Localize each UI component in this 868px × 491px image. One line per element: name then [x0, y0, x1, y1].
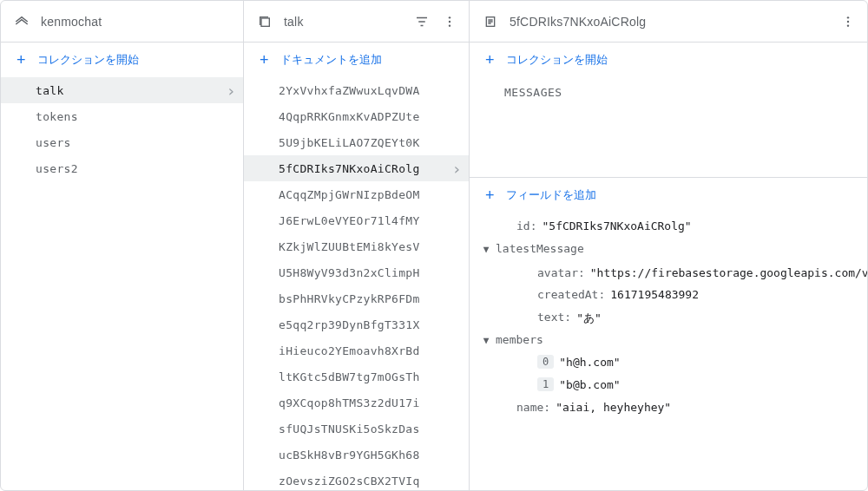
chevron-right-icon: ›: [452, 160, 462, 178]
start-collection-label: コレクションを開始: [506, 52, 608, 68]
document-panel: 5fCDRIks7NKxoAiCRolg + コレクションを開始 MESSAGE…: [470, 1, 867, 490]
field-text[interactable]: text: "あ": [477, 307, 867, 330]
plus-icon: +: [260, 52, 280, 68]
document-title: 5fCDRIks7NKxoAiCRolg: [510, 15, 836, 29]
document-item-label: q9XCqop8hTMS3z2dU17i: [279, 396, 462, 409]
document-item-label: ACqqZMpjGWrNIzpBdeOM: [279, 188, 462, 201]
document-item[interactable]: ACqqZMpjGWrNIzpBdeOM: [244, 181, 469, 207]
field-member-0[interactable]: 0 "h@h.com": [477, 352, 867, 375]
start-collection-label: コレクションを開始: [37, 52, 139, 68]
spacer: [470, 108, 867, 177]
document-list[interactable]: 2YxVvhxfaZWwuxLqvDWA4QqpRRKGnmxKvADPZUte…: [244, 77, 469, 490]
document-item-label: 5U9jbKELiLAO7ZQEYt0K: [279, 136, 462, 149]
document-item[interactable]: q9XCqop8hTMS3z2dU17i: [244, 390, 469, 416]
document-item[interactable]: KZkjWlZUUBtEMi8kYesV: [244, 233, 469, 259]
document-item[interactable]: 2YxVvhxfaZWwuxLqvDWA: [244, 77, 469, 103]
plus-icon: +: [485, 52, 506, 68]
document-item[interactable]: iHieuco2YEmoavh8XrBd: [244, 337, 469, 363]
filter-icon[interactable]: [410, 10, 434, 34]
document-item-label: ucBSkH8vBr9YGH5GKh68: [279, 448, 462, 462]
document-item[interactable]: 5U9jbKELiLAO7ZQEYt0K: [244, 129, 469, 155]
collection-panel: talk + ドキュメントを追加 2YxVvhxfaZWwuxLqvDWA4Qq…: [244, 1, 470, 490]
project-title: kenmochat: [41, 15, 236, 29]
plus-icon: +: [485, 187, 506, 203]
document-item[interactable]: ucBSkH8vBr9YGH5GKh68: [244, 442, 469, 468]
field-member-1[interactable]: 1 "b@b.com": [477, 375, 867, 397]
document-item-label: bsPhHRVkyCPzykRP6FDm: [279, 292, 462, 305]
svg-rect-0: [261, 18, 269, 26]
document-item[interactable]: bsPhHRVkyCPzykRP6FDm: [244, 285, 469, 311]
chevron-right-icon: ›: [227, 82, 236, 100]
collection-item-label: users2: [36, 162, 236, 175]
svg-point-2: [449, 20, 450, 22]
document-item[interactable]: 4QqpRRKGnmxKvADPZUte: [244, 103, 469, 129]
document-item[interactable]: e5qq2rp39DynBfgT331X: [244, 311, 469, 337]
collection-item-label: tokens: [36, 110, 236, 123]
document-item[interactable]: zOevsziZGO2sCBX2TVIq: [244, 468, 469, 490]
subcollection-item[interactable]: MESSAGES: [470, 77, 867, 108]
collection-item[interactable]: users: [1, 129, 243, 155]
menu-icon[interactable]: [437, 10, 462, 34]
document-item-label: sfUQJsTNUSKi5oSkzDas: [279, 422, 462, 435]
svg-point-5: [847, 16, 849, 18]
expand-arrow-icon[interactable]: ▼: [477, 241, 496, 255]
document-header: 5fCDRIks7NKxoAiCRolg: [470, 1, 867, 43]
project-header: kenmochat: [1, 1, 243, 43]
field-name[interactable]: name: "aiai, heyheyhey": [477, 397, 867, 420]
collection-header-actions: [410, 10, 462, 34]
field-avatar[interactable]: avatar: "https://firebasestorage.googlea…: [477, 261, 867, 285]
document-item[interactable]: J6ErwL0eVYEOr71l4fMY: [244, 207, 469, 233]
collection-list: talk›tokensusersusers2: [1, 77, 243, 490]
document-item-label: 2YxVvhxfaZWwuxLqvDWA: [279, 84, 462, 97]
add-document-button[interactable]: + ドキュメントを追加: [244, 43, 469, 77]
collection-item-label: talk: [36, 84, 223, 97]
collection-item-label: users: [36, 136, 236, 149]
menu-icon[interactable]: [836, 10, 860, 34]
document-item-label: 4QqpRRKGnmxKvADPZUte: [279, 110, 462, 123]
add-field-button[interactable]: + フィールドを追加: [470, 178, 867, 213]
collection-title: talk: [284, 15, 410, 29]
document-item-label: zOevsziZGO2sCBX2TVIq: [279, 475, 462, 488]
document-item-label: iHieuco2YEmoavh8XrBd: [279, 344, 462, 357]
collection-icon: [256, 13, 273, 30]
document-item-label: U5H8WyV93d3n2xClimpH: [279, 266, 462, 279]
document-item-label: ltKGtc5dBW7tg7mOGsTh: [279, 370, 462, 383]
field-scroll-area[interactable]: id: "5fCDRIks7NKxoAiCRolg" ▼ latestMessa…: [470, 213, 867, 490]
collection-header: talk: [244, 1, 469, 43]
field-list: id: "5fCDRIks7NKxoAiCRolg" ▼ latestMessa…: [470, 213, 867, 427]
svg-point-7: [847, 24, 849, 26]
add-document-label: ドキュメントを追加: [280, 52, 382, 68]
document-icon: [482, 13, 499, 30]
document-header-actions: [836, 10, 860, 34]
document-item[interactable]: sfUQJsTNUSKi5oSkzDas: [244, 416, 469, 442]
home-icon: [13, 13, 30, 30]
document-item[interactable]: ltKGtc5dBW7tg7mOGsTh: [244, 363, 469, 390]
start-collection-button[interactable]: + コレクションを開始: [470, 43, 867, 77]
svg-point-6: [847, 20, 849, 22]
expand-arrow-icon[interactable]: ▼: [477, 332, 496, 346]
field-createdat[interactable]: createdAt: 1617195483992: [477, 285, 867, 307]
document-item-label: e5qq2rp39DynBfgT331X: [279, 318, 462, 331]
collection-item[interactable]: talk›: [1, 77, 243, 103]
document-item-label: 5fCDRIks7NKxoAiCRolg: [279, 162, 449, 175]
field-members[interactable]: ▼ members: [477, 330, 867, 352]
firestore-container: kenmochat + コレクションを開始 talk›tokensusersus…: [0, 0, 868, 491]
svg-point-1: [449, 16, 450, 18]
start-collection-button[interactable]: + コレクションを開始: [1, 43, 243, 77]
document-item[interactable]: U5H8WyV93d3n2xClimpH: [244, 259, 469, 285]
project-panel: kenmochat + コレクションを開始 talk›tokensusersus…: [1, 1, 244, 490]
field-latestmessage[interactable]: ▼ latestMessage: [477, 239, 867, 261]
svg-point-3: [449, 24, 450, 26]
collection-item[interactable]: users2: [1, 155, 243, 181]
document-item-label: J6ErwL0eVYEOr71l4fMY: [279, 214, 462, 227]
collection-item[interactable]: tokens: [1, 103, 243, 129]
document-item-label: KZkjWlZUUBtEMi8kYesV: [279, 240, 462, 253]
document-item[interactable]: 5fCDRIks7NKxoAiCRolg›: [244, 155, 469, 181]
plus-icon: +: [16, 52, 37, 68]
add-field-label: フィールドを追加: [506, 187, 596, 203]
field-id[interactable]: id: "5fCDRIks7NKxoAiCRolg": [477, 216, 867, 239]
